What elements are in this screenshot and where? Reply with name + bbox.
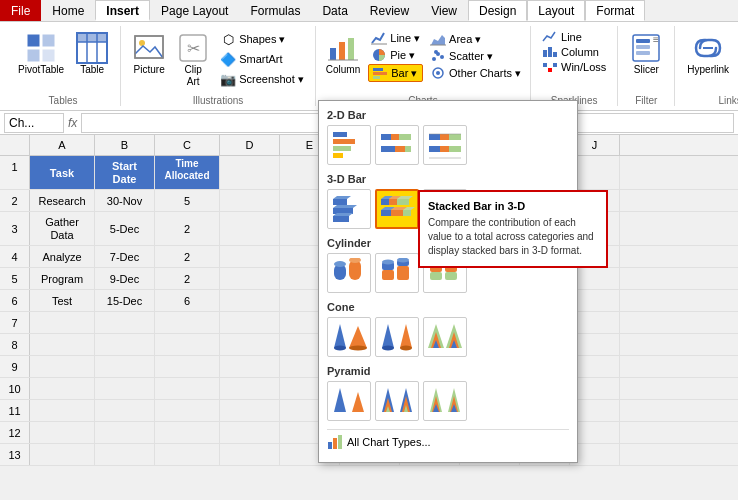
cell-d4[interactable] xyxy=(220,246,280,267)
cell-b6[interactable]: 15-Dec xyxy=(95,290,155,311)
svg-rect-58 xyxy=(429,146,440,152)
clip-art-button[interactable]: ✂ Clip Art xyxy=(173,30,213,90)
clustered-bar-2d-button[interactable] xyxy=(327,125,371,165)
column-chart-button[interactable]: Column xyxy=(322,30,364,82)
picture-icon xyxy=(133,32,165,64)
cell-d5[interactable] xyxy=(220,268,280,289)
cell-b5[interactable]: 9-Dec xyxy=(95,268,155,289)
cell-c5[interactable]: 2 xyxy=(155,268,220,289)
table-label: Table xyxy=(80,64,104,76)
svg-rect-3 xyxy=(42,49,55,62)
pivot-table-button[interactable]: PivotTable xyxy=(14,30,68,78)
cell-a3[interactable]: GatherData xyxy=(30,212,95,245)
tab-layout[interactable]: Layout xyxy=(527,0,585,21)
100pct-stacked-bar-2d-button[interactable] xyxy=(423,125,467,165)
all-chart-types-link[interactable]: All Chart Types... xyxy=(327,429,569,454)
cell-c1[interactable]: TimeAllocated xyxy=(155,156,220,189)
cell-a6[interactable]: Test xyxy=(30,290,95,311)
tab-format[interactable]: Format xyxy=(585,0,645,21)
tab-page-layout[interactable]: Page Layout xyxy=(150,0,239,21)
cylinder-clustered-button[interactable] xyxy=(327,253,371,293)
svg-rect-20 xyxy=(373,68,383,71)
tab-review[interactable]: Review xyxy=(359,0,420,21)
cell-b2[interactable]: 30-Nov xyxy=(95,190,155,211)
shapes-button[interactable]: ⬡ Shapes▾ xyxy=(217,30,307,48)
cell-d2[interactable] xyxy=(220,190,280,211)
svg-rect-50 xyxy=(391,134,399,140)
tab-formulas[interactable]: Formulas xyxy=(239,0,311,21)
stacked-bar-3d-button[interactable] xyxy=(375,189,419,229)
stacked-bar-2d-button[interactable] xyxy=(375,125,419,165)
cone-clustered-button[interactable] xyxy=(327,317,371,357)
cell-a2[interactable]: Research xyxy=(30,190,95,211)
svg-rect-70 xyxy=(389,199,397,205)
col-header-d[interactable]: D xyxy=(220,135,280,155)
sparkline-column-button[interactable]: Column xyxy=(539,45,602,59)
tab-view[interactable]: View xyxy=(420,0,468,21)
tab-file[interactable]: File xyxy=(0,0,41,21)
svg-rect-39 xyxy=(636,45,650,49)
cell-b3[interactable]: 5-Dec xyxy=(95,212,155,245)
cone-100pct-button[interactable] xyxy=(423,317,467,357)
row-header-3[interactable]: 3 xyxy=(0,212,30,245)
cell-c4[interactable]: 2 xyxy=(155,246,220,267)
tab-data[interactable]: Data xyxy=(311,0,358,21)
cell-d3[interactable] xyxy=(220,212,280,245)
picture-button[interactable]: Picture xyxy=(129,30,169,78)
row-header-6[interactable]: 6 xyxy=(0,290,30,311)
cylinder-stacked-button[interactable] xyxy=(375,253,419,293)
smart-art-button[interactable]: 🔷 SmartArt xyxy=(217,50,307,68)
col-header-a[interactable]: A xyxy=(30,135,95,155)
row-header-4[interactable]: 4 xyxy=(0,246,30,267)
hyperlink-button[interactable]: Hyperlink xyxy=(683,30,733,78)
row-header-2[interactable]: 2 xyxy=(0,190,30,211)
cell-d1[interactable] xyxy=(220,156,280,189)
filter-buttons: ≡ Slicer xyxy=(626,26,666,91)
fx-label: fx xyxy=(68,116,77,130)
screenshot-button[interactable]: 📷 Screenshot▾ xyxy=(217,70,307,88)
pyramid-stacked-button[interactable] xyxy=(375,381,419,421)
2d-bar-title: 2-D Bar xyxy=(327,109,569,121)
cell-a1[interactable]: Task xyxy=(30,156,95,189)
cell-b1[interactable]: StartDate xyxy=(95,156,155,189)
cell-a4[interactable]: Analyze xyxy=(30,246,95,267)
cell-c2[interactable]: 5 xyxy=(155,190,220,211)
line-chart-button[interactable]: Line▾ xyxy=(368,30,423,46)
pyramid-clustered-button[interactable] xyxy=(327,381,371,421)
bar-chart-button[interactable]: Bar▾ xyxy=(368,64,423,82)
charts-top-row: Column Line▾ Pie▾ xyxy=(322,26,524,91)
cell-a5[interactable]: Program xyxy=(30,268,95,289)
screenshot-icon: 📷 xyxy=(220,71,236,87)
name-box[interactable] xyxy=(4,113,64,133)
area-chart-button[interactable]: Area▾ xyxy=(427,31,524,47)
tab-design[interactable]: Design xyxy=(468,0,527,21)
ribbon-group-sparklines: Line Column Win/Loss Sparklines xyxy=(531,26,618,106)
filter-group-title: Filter xyxy=(635,91,657,106)
cell-b4[interactable]: 7-Dec xyxy=(95,246,155,267)
clustered-bar-3d-button[interactable] xyxy=(327,189,371,229)
other-charts-button[interactable]: Other Charts▾ xyxy=(427,65,524,81)
cell-d6[interactable] xyxy=(220,290,280,311)
svg-marker-117 xyxy=(400,324,412,348)
sparkline-line-label: Line xyxy=(561,31,582,43)
row-header-5[interactable]: 5 xyxy=(0,268,30,289)
scatter-chart-button[interactable]: Scatter▾ xyxy=(427,48,524,64)
sparkline-line-button[interactable]: Line xyxy=(539,30,585,44)
pie-chart-button[interactable]: Pie▾ xyxy=(368,47,423,63)
tab-insert[interactable]: Insert xyxy=(95,0,150,21)
3d-bar-title: 3-D Bar xyxy=(327,173,569,185)
slicer-button[interactable]: ≡ Slicer xyxy=(626,30,666,78)
sparkline-winloss-button[interactable]: Win/Loss xyxy=(539,60,609,74)
tab-home[interactable]: Home xyxy=(41,0,95,21)
pyramid-100pct-button[interactable] xyxy=(423,381,467,421)
chart-type-dropdown: 2-D Bar xyxy=(318,100,578,463)
cell-c6[interactable]: 6 xyxy=(155,290,220,311)
col-header-b[interactable]: B xyxy=(95,135,155,155)
cone-stacked-button[interactable] xyxy=(375,317,419,357)
table-button[interactable]: Table xyxy=(72,30,112,78)
row-header-1[interactable]: 1 xyxy=(0,156,30,189)
col-header-c[interactable]: C xyxy=(155,135,220,155)
shapes-icon: ⬡ xyxy=(220,31,236,47)
cell-c3[interactable]: 2 xyxy=(155,212,220,245)
svg-rect-16 xyxy=(348,38,354,60)
